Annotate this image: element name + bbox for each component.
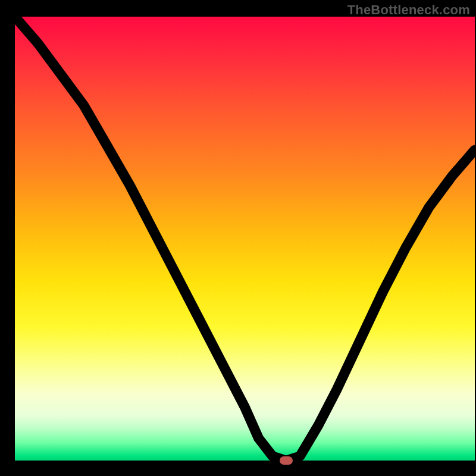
watermark-text: TheBottleneck.com — [347, 2, 470, 18]
plot-area — [15, 17, 475, 461]
curve-path — [15, 17, 475, 461]
bottleneck-curve — [15, 17, 475, 461]
optimal-point-marker — [280, 456, 293, 465]
chart-frame: TheBottleneck.com — [0, 0, 476, 476]
